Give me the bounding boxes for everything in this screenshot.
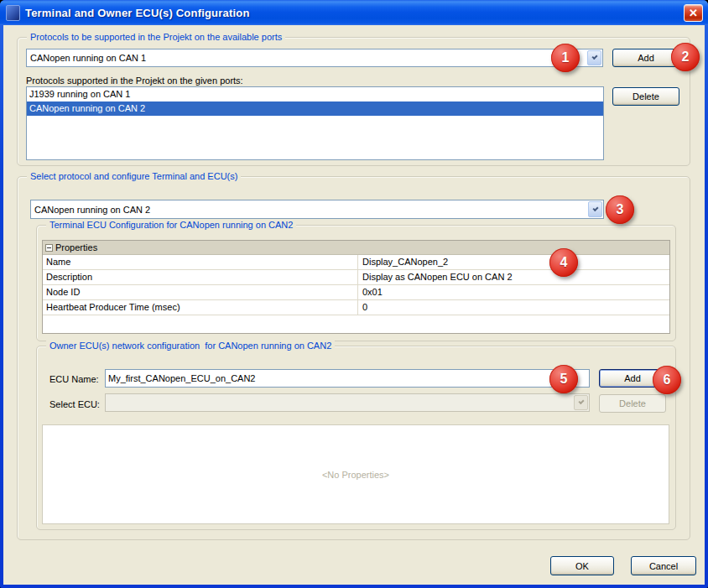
supported-protocols-label: Protocols supported in the Projekt on th… (26, 75, 243, 86)
add-protocol-button-label: Add (638, 53, 654, 63)
ecu-properties-panel: <No Properties> (42, 424, 669, 524)
ok-button[interactable]: OK (550, 556, 614, 575)
property-value-cell[interactable]: 0x01 (358, 285, 669, 299)
ok-button-label: OK (575, 561, 589, 571)
add-protocol-button[interactable]: Add (612, 49, 679, 67)
property-row: Heartbeat Producer Time (msec) 0 (43, 300, 669, 315)
available-protocol-combo[interactable]: CANopen running on CAN 1 (26, 49, 603, 67)
property-name-cell: Heartbeat Producer Time (msec) (43, 300, 358, 315)
available-protocol-combo-value: CANopen running on CAN 1 (27, 53, 586, 63)
group-available-protocols-label: Protocols to be supported in the Projekt… (27, 31, 285, 43)
app-icon (6, 5, 20, 21)
group-terminal-ecu-label: Terminal ECU Configuration for CANopen r… (46, 219, 296, 231)
no-properties-text: <No Properties> (322, 470, 389, 480)
property-grid-header: Properties (43, 241, 669, 255)
ecu-name-label: ECU Name: (49, 373, 99, 385)
group-owner-ecu-label: Owner ECU(s) network configuration for C… (46, 340, 335, 351)
delete-ecu-button: Delete (599, 394, 666, 413)
annotation-badge-2: 2 (671, 43, 700, 71)
chevron-down-icon (574, 395, 588, 410)
annotation-badge-4: 4 (549, 248, 578, 277)
property-value-cell[interactable]: 0 (358, 300, 669, 315)
property-row: Description Display as CANopen ECU on CA… (43, 270, 669, 285)
close-icon: ✕ (689, 7, 698, 19)
select-ecu-label: Select ECU: (49, 398, 100, 410)
group-owner-ecu: Owner ECU(s) network configuration for C… (36, 346, 676, 530)
group-select-protocol: Select protocol and configure Terminal a… (17, 176, 690, 540)
property-name-cell: Description (43, 270, 358, 284)
add-ecu-button-label: Add (624, 373, 641, 383)
delete-ecu-button-label: Delete (619, 398, 646, 408)
collapse-icon[interactable] (45, 244, 53, 252)
annotation-badge-3: 3 (606, 195, 634, 224)
protocol-select-combo-value: CANopen running on CAN 2 (31, 205, 587, 215)
group-available-protocols: Protocols to be supported in the Projekt… (17, 37, 690, 166)
cancel-button[interactable]: Cancel (631, 556, 696, 575)
group-select-protocol-label: Select protocol and configure Terminal a… (27, 170, 241, 182)
annotation-badge-6: 6 (653, 366, 681, 394)
chevron-down-icon[interactable] (588, 201, 602, 217)
delete-protocol-button[interactable]: Delete (612, 87, 679, 106)
protocol-select-combo[interactable]: CANopen running on CAN 2 (30, 200, 604, 219)
annotation-badge-1: 1 (551, 44, 580, 72)
close-button[interactable]: ✕ (684, 4, 703, 22)
screenshot-root: Terminal and Owner ECU(s) Configuration … (0, 0, 708, 588)
window-title: Terminal and Owner ECU(s) Configuration (25, 7, 250, 19)
cancel-button-label: Cancel (649, 561, 678, 571)
supported-protocols-listbox[interactable]: J1939 running on CAN 1 CANopen running o… (26, 86, 604, 160)
list-item-selected[interactable]: CANopen running on CAN 2 (27, 101, 603, 116)
ecu-name-input[interactable] (105, 369, 590, 388)
property-value-cell[interactable]: Display as CANopen ECU on CAN 2 (358, 270, 669, 284)
property-grid-header-label: Properties (55, 242, 97, 252)
window-frame: Terminal and Owner ECU(s) Configuration … (0, 0, 708, 588)
list-item[interactable]: J1939 running on CAN 1 (27, 87, 603, 101)
terminal-property-grid: Properties Name Display_CANopen_2 Descri… (42, 240, 670, 334)
group-terminal-ecu: Terminal ECU Configuration for CANopen r… (36, 225, 676, 341)
property-value-cell[interactable]: Display_CANopen_2 (358, 255, 669, 269)
property-name-cell: Node ID (43, 285, 358, 299)
property-name-cell: Name (43, 255, 358, 269)
delete-protocol-button-label: Delete (633, 91, 659, 101)
chevron-down-icon[interactable] (587, 50, 601, 65)
property-row: Node ID 0x01 (43, 285, 669, 300)
dialog-body: Protocols to be supported in the Projekt… (3, 25, 705, 585)
annotation-badge-5: 5 (549, 365, 578, 393)
window-titlebar[interactable]: Terminal and Owner ECU(s) Configuration … (0, 0, 708, 25)
select-ecu-combo (105, 393, 590, 412)
